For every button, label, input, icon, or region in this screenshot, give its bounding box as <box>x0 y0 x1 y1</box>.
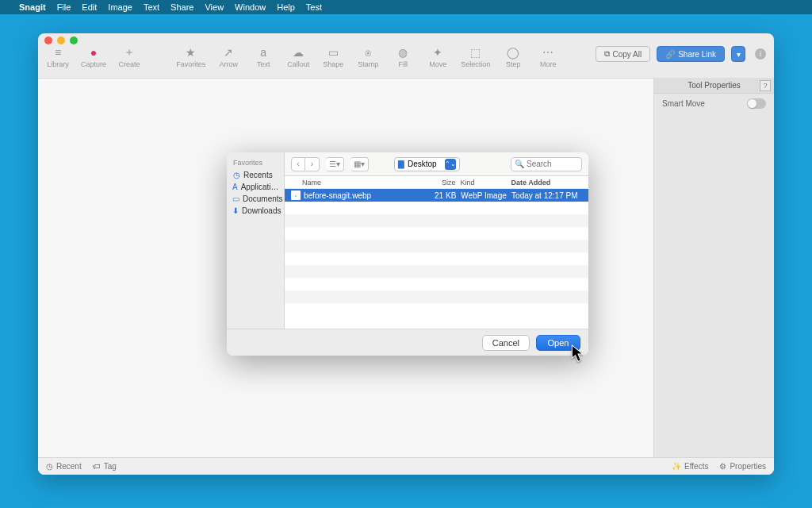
capture-label: Capture <box>81 60 106 68</box>
callout-icon: ☁ <box>292 46 304 59</box>
path-label: Desktop <box>408 160 437 168</box>
grid-icon: ▦ <box>354 160 361 168</box>
menubar-file[interactable]: File <box>57 2 71 12</box>
share-link-button[interactable]: 🔗 Share Link <box>657 46 725 62</box>
file-row-empty <box>285 291 588 303</box>
back-button[interactable]: ‹ <box>291 157 305 171</box>
record-icon: ● <box>87 46 100 59</box>
file-list[interactable]: ▫ before-snagit.webp 21 KB WebP Image To… <box>285 189 588 329</box>
tool-stamp[interactable]: ⍟Stamp <box>356 46 380 68</box>
file-kind: WebP Image <box>461 191 511 200</box>
file-date: Today at 12:17 PM <box>511 191 582 200</box>
file-row-empty <box>285 303 588 316</box>
sidebar-item-applications[interactable]: AApplicati… <box>227 181 284 193</box>
tool-step[interactable]: ◯Step <box>501 46 525 68</box>
tool-text[interactable]: aText <box>251 46 275 68</box>
search-field[interactable] <box>527 160 578 168</box>
shape-icon: ▭ <box>327 46 339 59</box>
maximize-icon[interactable] <box>70 37 78 44</box>
plus-icon: ＋ <box>123 46 136 59</box>
smart-move-label: Smart Move <box>662 99 705 108</box>
recent-label: Recent <box>56 462 82 471</box>
file-size: 21 KB <box>423 191 462 200</box>
tool-label: Selection <box>461 60 490 68</box>
sidebar-item-label: Applicati… <box>241 183 279 191</box>
menubar-test[interactable]: Test <box>306 2 322 12</box>
menubar-help[interactable]: Help <box>277 2 295 12</box>
search-input[interactable]: 🔍 <box>511 157 582 171</box>
share-link-dropdown[interactable]: ▾ <box>731 46 745 62</box>
menubar-appname[interactable]: Snagit <box>19 2 46 12</box>
tool-label: Favorites <box>176 60 205 68</box>
menubar-edit[interactable]: Edit <box>82 2 97 12</box>
forward-button[interactable]: › <box>305 157 320 171</box>
column-kind[interactable]: Kind <box>460 179 511 187</box>
statusbar-recent[interactable]: ◷Recent <box>46 462 82 471</box>
copy-all-button[interactable]: ⧉ Copy All <box>596 46 651 62</box>
sidebar-item-recents[interactable]: ◷Recents <box>227 169 284 181</box>
window-titlebar <box>38 33 774 44</box>
tool-properties-panel: Tool Properties ? Smart Move <box>653 78 774 457</box>
tool-label: Fill <box>399 60 408 68</box>
wand-icon: ✨ <box>672 462 681 471</box>
menubar-image[interactable]: Image <box>108 2 132 12</box>
chevron-down-icon: ▾ <box>737 50 741 59</box>
menubar-view[interactable]: View <box>205 2 224 12</box>
selection-icon: ⬚ <box>469 46 482 59</box>
file-row-empty <box>285 278 588 291</box>
tool-arrow[interactable]: ↗Arrow <box>216 46 240 68</box>
column-date[interactable]: Date Added <box>511 179 582 187</box>
library-label: Library <box>47 60 69 68</box>
menubar-text[interactable]: Text <box>144 2 159 12</box>
tool-shape[interactable]: ▭Shape <box>321 46 345 68</box>
statusbar-properties[interactable]: ⚙Properties <box>719 462 766 471</box>
tool-fill[interactable]: ◍Fill <box>391 46 415 68</box>
sidebar-item-documents[interactable]: ▭Documents <box>227 193 284 205</box>
arrow-icon: ↗ <box>222 46 235 59</box>
file-row-empty <box>285 240 588 252</box>
info-icon[interactable]: i <box>755 48 766 60</box>
file-row[interactable]: ▫ before-snagit.webp 21 KB WebP Image To… <box>285 189 588 202</box>
path-selector[interactable]: ▇ Desktop ⌃⌄ <box>394 157 460 171</box>
tool-favorites[interactable]: ★Favorites <box>176 46 205 68</box>
view-mode-list[interactable]: ☰ ▾ <box>326 157 344 171</box>
statusbar-effects[interactable]: ✨Effects <box>672 462 708 471</box>
file-list-header: Name Size Kind Date Added <box>285 176 588 189</box>
menubar-share[interactable]: Share <box>170 2 193 12</box>
create-button[interactable]: ＋ Create <box>117 46 141 68</box>
cancel-button[interactable]: Cancel <box>482 335 530 351</box>
column-name[interactable]: Name <box>302 179 422 187</box>
library-button[interactable]: ≡ Library <box>46 46 70 68</box>
tag-icon: 🏷 <box>93 462 101 471</box>
tool-selection[interactable]: ⬚Selection <box>461 46 490 68</box>
share-link-label: Share Link <box>678 50 716 59</box>
statusbar-tag[interactable]: 🏷Tag <box>93 462 117 471</box>
help-icon[interactable]: ? <box>760 80 771 91</box>
open-button[interactable]: Open <box>536 335 580 351</box>
chevron-updown-icon: ⌃⌄ <box>445 159 456 170</box>
capture-button[interactable]: ● Capture <box>81 46 106 68</box>
create-label: Create <box>119 60 140 68</box>
sidebar-item-label: Downloads <box>242 206 281 215</box>
tool-callout[interactable]: ☁Callout <box>286 46 310 68</box>
column-size[interactable]: Size <box>422 179 461 187</box>
sidebar-item-downloads[interactable]: ⬇Downloads <box>227 205 284 217</box>
close-icon[interactable] <box>44 37 52 44</box>
tool-more[interactable]: ⋯More <box>536 46 560 68</box>
file-row-empty <box>285 214 588 227</box>
smart-move-toggle[interactable] <box>747 98 766 109</box>
stamp-icon: ⍟ <box>362 46 374 59</box>
file-name: before-snagit.webp <box>304 191 423 200</box>
tool-move[interactable]: ✦Move <box>426 46 450 68</box>
folder-icon: ▇ <box>398 160 404 168</box>
menubar-window[interactable]: Window <box>235 2 266 12</box>
move-icon: ✦ <box>431 46 444 59</box>
copy-icon: ⧉ <box>604 49 610 59</box>
minimize-icon[interactable] <box>57 37 65 44</box>
tool-label: Text <box>257 60 270 68</box>
macos-menubar: Snagit File Edit Image Text Share View W… <box>0 0 812 14</box>
properties-label: Properties <box>730 462 766 471</box>
group-mode[interactable]: ▦ ▾ <box>350 157 369 171</box>
prop-smart-move: Smart Move <box>654 94 774 114</box>
menu-icon: ≡ <box>52 46 64 59</box>
